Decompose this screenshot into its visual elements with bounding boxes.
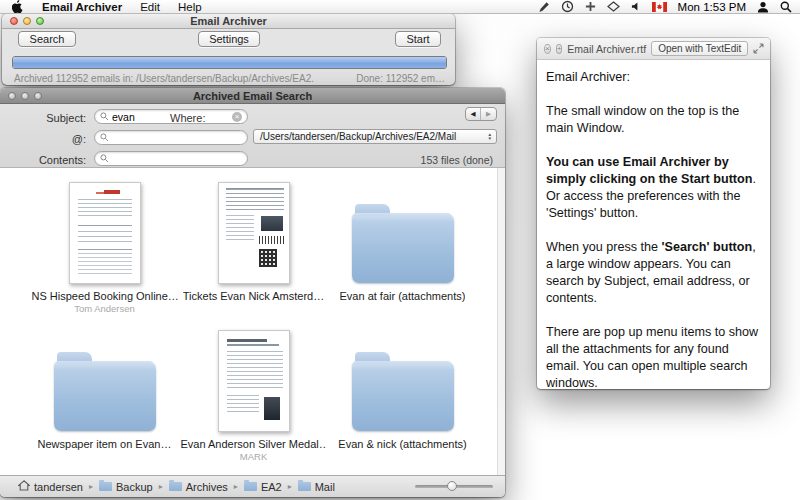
archive-status-text: Archived 112952 emails in: /Users/tander…: [14, 73, 314, 84]
slider-knob[interactable]: [447, 481, 457, 491]
settings-button[interactable]: Settings: [198, 31, 260, 47]
path-item-label: Backup: [116, 481, 153, 493]
search-icon: [100, 154, 109, 163]
preview-text: Email Archiver:The small window on the t…: [537, 60, 770, 392]
open-with-textedit-button[interactable]: Open with TextEdit: [651, 41, 748, 56]
back-icon[interactable]: ◀: [466, 108, 481, 120]
path-item-label: EA2: [261, 481, 282, 493]
desktop: Email ArchiverEditHelp Mon 1:53 PM Email…: [0, 0, 800, 500]
file-item[interactable]: Evan Anderson Silver Medal…MARK: [179, 326, 328, 468]
search-icon: [100, 112, 109, 121]
path-item-tandersen[interactable]: tandersen: [18, 480, 83, 493]
where-label: Where:: [170, 112, 230, 124]
path-bar: tandersen▸Backup▸Archives▸EA2▸Mail: [0, 475, 505, 497]
zoom-button[interactable]: [36, 17, 44, 25]
file-item-label: NS Hispeed Booking Online…: [32, 290, 178, 302]
file-grid: NS Hispeed Booking Online…Tom AndersenTi…: [0, 168, 505, 468]
path-item-mail[interactable]: Mail: [298, 481, 335, 493]
folder-small-icon: [244, 481, 257, 493]
icon-size-slider[interactable]: [415, 482, 493, 490]
path-item-label: tandersen: [34, 481, 83, 493]
search-window-title: Archived Email Search: [0, 90, 505, 102]
search-window-titlebar[interactable]: Archived Email Search: [0, 88, 505, 104]
where-popup[interactable]: /Users/tandersen/Backup/Archives/EA2/Mai…: [253, 129, 497, 144]
flag-canada-icon[interactable]: [652, 2, 667, 12]
file-item[interactable]: Newspaper item on Evan…: [30, 326, 179, 468]
folder-small-icon: [298, 481, 311, 493]
file-item[interactable]: Tickets Evan Nick Amsterd…: [179, 178, 328, 320]
start-button[interactable]: Start: [395, 31, 441, 47]
file-item[interactable]: NS Hispeed Booking Online…Tom Andersen: [30, 178, 179, 320]
path-separator-icon: ▸: [288, 482, 292, 491]
path-item-label: Archives: [186, 481, 228, 493]
results-area: NS Hispeed Booking Online…Tom AndersenTi…: [0, 168, 505, 475]
paragraph: The small window on the top is the main …: [546, 103, 761, 137]
minimize-button[interactable]: [23, 17, 31, 25]
pen-icon[interactable]: [538, 1, 550, 13]
home-icon: [18, 480, 30, 493]
progress-fill: [13, 57, 446, 68]
menu-bar: Email ArchiverEditHelp Mon 1:53 PM: [0, 0, 800, 14]
path-item-backup[interactable]: Backup: [99, 481, 153, 493]
folder-icon: [30, 326, 179, 434]
volume-icon[interactable]: [631, 1, 641, 12]
search-button[interactable]: Search: [18, 31, 76, 47]
preview-title: Email Archiver.rtf: [567, 43, 646, 55]
spaces-icon[interactable]: [607, 1, 620, 12]
folder-small-icon: [99, 481, 112, 493]
menu-items: Email ArchiverEditHelp: [33, 1, 211, 13]
folder-icon: [328, 326, 477, 434]
close-icon[interactable]: ×: [544, 44, 551, 54]
scrollbar[interactable]: [497, 168, 505, 475]
path-item-archives[interactable]: Archives: [169, 481, 228, 493]
close-button[interactable]: [8, 92, 16, 100]
history-nav: ◀ ▶: [465, 107, 497, 121]
document-icon: [179, 178, 328, 286]
file-item-label: Tickets Evan Nick Amsterd…: [183, 290, 324, 302]
paragraph: Email Archiver:: [546, 69, 761, 86]
menubar-status-icons: [538, 0, 667, 13]
document-icon: [30, 178, 179, 286]
breadcrumb: tandersen▸Backup▸Archives▸EA2▸Mail: [18, 480, 335, 493]
address-field[interactable]: [94, 130, 248, 145]
close-button[interactable]: [10, 17, 18, 25]
zoom-button[interactable]: [34, 92, 42, 100]
preview-titlebar[interactable]: × + Email Archiver.rtf Open with TextEdi…: [537, 38, 770, 60]
menubar-clock[interactable]: Mon 1:53 PM: [678, 1, 746, 13]
main-window: Email Archiver Search Settings Start Arc…: [2, 14, 455, 85]
fullscreen-icon[interactable]: [753, 43, 764, 54]
menu-help[interactable]: Help: [169, 1, 211, 13]
menubar-trailing-icons: [757, 1, 792, 13]
contents-field[interactable]: [94, 151, 248, 166]
preview-window: × + Email Archiver.rtf Open with TextEdi…: [537, 38, 770, 389]
accessibility-icon[interactable]: [585, 1, 596, 12]
paragraph: There are pop up menu items to show all …: [546, 324, 761, 392]
paragraph: When you press the 'Search' button, a la…: [546, 239, 761, 307]
files-count: 153 files (done): [421, 154, 493, 166]
file-item-sublabel: MARK: [240, 451, 267, 462]
file-item-label: Evan at fair (attachments): [340, 290, 466, 302]
file-item-label: Evan Anderson Silver Medal…: [181, 438, 327, 450]
minimize-button[interactable]: [21, 92, 29, 100]
clear-icon[interactable]: ×: [232, 112, 242, 122]
add-icon[interactable]: +: [556, 44, 563, 54]
file-item[interactable]: Evan at fair (attachments): [328, 178, 477, 320]
apple-menu-icon[interactable]: [12, 0, 23, 13]
done-status-text: Done: 112952 em…: [356, 73, 445, 84]
menu-email-archiver[interactable]: Email Archiver: [33, 1, 131, 13]
progress-bar: [12, 56, 447, 69]
file-item[interactable]: Evan & nick (attachments): [328, 326, 477, 468]
menu-edit[interactable]: Edit: [131, 1, 169, 13]
forward-icon[interactable]: ▶: [481, 108, 496, 120]
popup-stepper-icon: ▲▼: [487, 133, 493, 140]
file-item-sublabel: Tom Andersen: [74, 303, 135, 314]
user-icon[interactable]: [757, 1, 769, 13]
timemachine-icon[interactable]: [561, 0, 574, 13]
spotlight-icon[interactable]: [780, 1, 792, 13]
main-window-titlebar[interactable]: Email Archiver: [2, 14, 455, 29]
where-value: /Users/tandersen/Backup/Archives/EA2/Mai…: [260, 131, 456, 142]
folder-icon: [328, 178, 477, 286]
path-item-ea2[interactable]: EA2: [244, 481, 282, 493]
path-separator-icon: ▸: [159, 482, 163, 491]
search-icon: [100, 133, 109, 142]
